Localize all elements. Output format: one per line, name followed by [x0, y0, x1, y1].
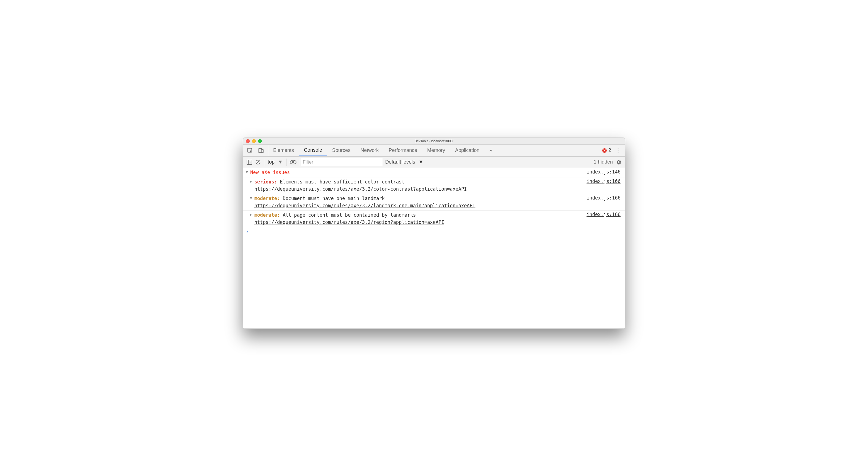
message-help-link[interactable]: https://dequeuniversity.com/rules/axe/3.…: [254, 219, 444, 225]
tab-application[interactable]: Application: [450, 145, 485, 156]
tab-label: Network: [361, 148, 379, 153]
filter-input[interactable]: [301, 158, 382, 166]
severity-label: moderate:: [254, 196, 280, 201]
tab-label: Elements: [273, 148, 294, 153]
prompt-chevron-icon: ›: [246, 229, 249, 235]
svg-rect-2: [261, 149, 263, 153]
console-toolbar: top ▼ Default levels ▼ 1 hidden: [243, 157, 625, 168]
message-text: All page content must be contained by la…: [283, 212, 416, 218]
source-link[interactable]: index.js:166: [587, 179, 621, 184]
window-controls: [243, 139, 262, 143]
inspect-element-icon[interactable]: [247, 148, 253, 154]
zoom-window-button[interactable]: [258, 139, 262, 143]
severity-label: moderate:: [254, 212, 280, 218]
console-group-header[interactable]: New aXe issues index.js:146: [243, 168, 625, 178]
message-help-link[interactable]: https://dequeuniversity.com/rules/axe/3.…: [254, 186, 467, 192]
disclosure-triangle-icon[interactable]: [246, 169, 250, 175]
error-count-badge[interactable]: ✕ 2: [602, 148, 611, 153]
tab-label: Sources: [332, 148, 350, 153]
live-expression-icon[interactable]: [290, 160, 297, 165]
devtools-window: DevTools - localhost:3000/ Elements Cons…: [243, 137, 625, 329]
svg-point-8: [292, 161, 294, 163]
toggle-sidebar-icon[interactable]: [246, 159, 252, 165]
tab-memory[interactable]: Memory: [422, 145, 450, 156]
console-output: New aXe issues index.js:146 serious: Ele…: [243, 168, 625, 329]
panel-tabs: Elements Console Sources Network Perform…: [268, 145, 497, 156]
clear-console-icon[interactable]: [255, 159, 261, 165]
dropdown-triangle-icon: ▼: [418, 159, 424, 165]
message-text: Elements must have sufficient color cont…: [280, 179, 404, 185]
dropdown-triangle-icon: ▼: [278, 159, 283, 165]
device-toolbar-icon[interactable]: [258, 148, 264, 154]
disclosure-triangle-icon[interactable]: [250, 195, 254, 201]
log-level-selector[interactable]: Default levels ▼: [382, 159, 426, 165]
disclosure-triangle-icon[interactable]: [250, 212, 254, 218]
svg-line-6: [256, 161, 259, 163]
tab-sources[interactable]: Sources: [327, 145, 355, 156]
more-tabs-button[interactable]: »: [485, 145, 497, 156]
minimize-window-button[interactable]: [252, 139, 256, 143]
text-caret: [251, 229, 251, 234]
settings-menu-button[interactable]: ⋮: [615, 148, 621, 154]
tree-indent: [246, 179, 250, 193]
console-prompt[interactable]: ›: [243, 227, 625, 236]
close-window-button[interactable]: [246, 139, 250, 143]
message-text: Document must have one main landmark: [283, 196, 384, 201]
group-title: New aXe issues: [250, 169, 290, 175]
source-link[interactable]: index.js:146: [587, 169, 621, 175]
levels-label: Default levels: [385, 159, 415, 165]
tab-performance[interactable]: Performance: [383, 145, 422, 156]
hidden-messages-label[interactable]: 1 hidden: [594, 159, 616, 165]
chevron-right-double-icon: »: [489, 148, 492, 153]
panel-tab-bar: Elements Console Sources Network Perform…: [243, 145, 625, 157]
window-title: DevTools - localhost:3000/: [243, 139, 625, 143]
error-icon: ✕: [602, 148, 607, 153]
console-settings-icon[interactable]: [616, 159, 625, 165]
severity-label: serious:: [254, 179, 277, 185]
context-label: top: [268, 159, 275, 165]
source-link[interactable]: index.js:166: [587, 212, 621, 217]
console-message[interactable]: moderate: All page content must be conta…: [243, 211, 625, 227]
console-message[interactable]: serious: Elements must have sufficient c…: [243, 177, 625, 194]
tab-network[interactable]: Network: [355, 145, 383, 156]
tree-indent: [246, 195, 250, 209]
tab-label: Console: [304, 147, 322, 153]
message-help-link[interactable]: https://dequeuniversity.com/rules/axe/3.…: [254, 203, 475, 208]
error-count: 2: [609, 148, 611, 153]
tab-label: Memory: [427, 148, 445, 153]
disclosure-triangle-icon[interactable]: [250, 179, 254, 185]
svg-rect-3: [247, 160, 252, 164]
tab-label: Application: [455, 148, 479, 153]
tab-elements[interactable]: Elements: [268, 145, 299, 156]
tab-label: Performance: [389, 148, 417, 153]
console-message[interactable]: moderate: Document must have one main la…: [243, 194, 625, 211]
window-titlebar: DevTools - localhost:3000/: [243, 138, 625, 145]
tab-console[interactable]: Console: [299, 145, 327, 156]
tree-indent: [246, 212, 250, 226]
execution-context-selector[interactable]: top ▼: [265, 159, 286, 165]
source-link[interactable]: index.js:166: [587, 195, 621, 200]
